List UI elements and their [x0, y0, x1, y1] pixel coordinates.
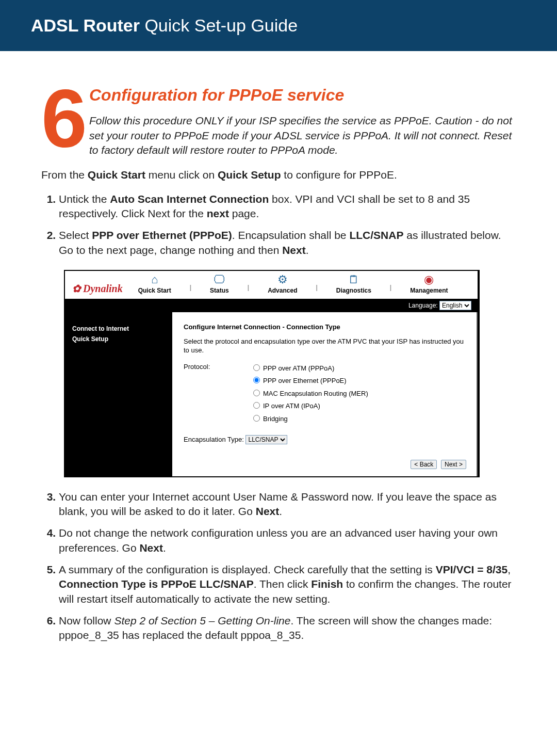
radio-bridging[interactable]: Bridging: [251, 413, 368, 424]
radio-pppoe[interactable]: PPP over Ethernet (PPPoE): [251, 375, 368, 385]
step-2: Select PPP over Ethernet (PPPoE). Encaps…: [59, 228, 516, 477]
tab-quick-start[interactable]: ⌂Quick Start: [138, 274, 171, 295]
step-4: Do not change the network configuration …: [59, 526, 516, 555]
section-body: Configuration for PPPoE service Follow t…: [89, 82, 516, 168]
step-1: Untick the Auto Scan Internet Connection…: [59, 192, 516, 221]
router-screenshot: ✿ Dynalink ⌂Quick Start | 🖵Status | ⚙Adv…: [64, 270, 480, 477]
router-tabs: ⌂Quick Start | 🖵Status | ⚙Advanced | 🗒Di…: [138, 274, 448, 298]
router-sidebar: Connect to Internet Quick Setup: [65, 312, 172, 476]
language-select[interactable]: English: [439, 301, 471, 310]
next-button[interactable]: Next >: [441, 460, 466, 469]
panel-title: Configure Internet Connection - Connecti…: [184, 323, 466, 332]
step-5: A summary of the configuration is displa…: [59, 562, 516, 606]
router-main: Configure Internet Connection - Connecti…: [172, 312, 478, 476]
router-icon: ⌂: [138, 274, 171, 285]
management-icon: ◉: [410, 274, 448, 285]
sidebar-item-quick-setup[interactable]: Quick Setup: [72, 335, 165, 343]
step-3: You can enter your Internet account User…: [59, 490, 516, 519]
brand-logo: ✿ Dynalink: [72, 282, 123, 298]
tab-status[interactable]: 🖵Status: [210, 274, 229, 295]
section-number: 6: [41, 87, 84, 149]
lead-text: From the Quick Start menu click on Quick…: [41, 168, 516, 182]
steps-list: Untick the Auto Scan Internet Connection…: [43, 192, 516, 643]
page-body: 6 Configuration for PPPoE service Follow…: [0, 51, 557, 671]
radio-mer[interactable]: MAC Encapsulation Routing (MER): [251, 388, 368, 398]
page-title: ADSL Router Quick Set-up Guide: [31, 15, 298, 35]
radio-ipoa[interactable]: IP over ATM (IPoA): [251, 400, 368, 411]
language-bar: Language: English: [65, 299, 478, 312]
sidebar-item-connect[interactable]: Connect to Internet: [72, 325, 165, 333]
clipboard-icon: 🗒: [336, 274, 371, 285]
router-body: Connect to Internet Quick Setup Configur…: [65, 312, 478, 476]
gear-icon: ⚙: [268, 274, 297, 285]
tab-advanced[interactable]: ⚙Advanced: [268, 274, 297, 295]
encapsulation-label: Encapsulation Type:: [184, 436, 244, 443]
protocol-options: PPP over ATM (PPPoA) PPP over Ethernet (…: [251, 362, 368, 426]
protocol-label: Protocol:: [184, 362, 251, 426]
title-rest: Quick Set-up Guide: [140, 15, 298, 35]
intro-text: Follow this procedure ONLY if your ISP s…: [89, 114, 516, 157]
title-bold: ADSL Router: [31, 15, 140, 35]
radio-pppoa[interactable]: PPP over ATM (PPPoA): [251, 362, 368, 373]
router-top-bar: ✿ Dynalink ⌂Quick Start | 🖵Status | ⚙Adv…: [65, 271, 478, 299]
step-6: Now follow Step 2 of Section 5 – Getting…: [59, 614, 516, 643]
back-button[interactable]: < Back: [411, 460, 437, 469]
tab-diagnostics[interactable]: 🗒Diagnostics: [336, 274, 371, 295]
page-header: ADSL Router Quick Set-up Guide: [0, 0, 557, 51]
section: 6 Configuration for PPPoE service Follow…: [41, 82, 516, 168]
nav-buttons: < Back Next >: [184, 460, 466, 469]
encapsulation-select[interactable]: LLC/SNAP: [245, 435, 287, 444]
brand-icon: ✿: [72, 282, 81, 296]
encapsulation-row: Encapsulation Type: LLC/SNAP: [184, 435, 466, 444]
panel-desc: Select the protocol and encapsulation ty…: [184, 337, 466, 355]
protocol-row: Protocol: PPP over ATM (PPPoA) PPP over …: [184, 362, 466, 426]
tab-management[interactable]: ◉Management: [410, 274, 448, 295]
language-label: Language:: [408, 302, 438, 309]
section-heading: Configuration for PPPoE service: [89, 84, 516, 106]
monitor-icon: 🖵: [210, 274, 229, 285]
